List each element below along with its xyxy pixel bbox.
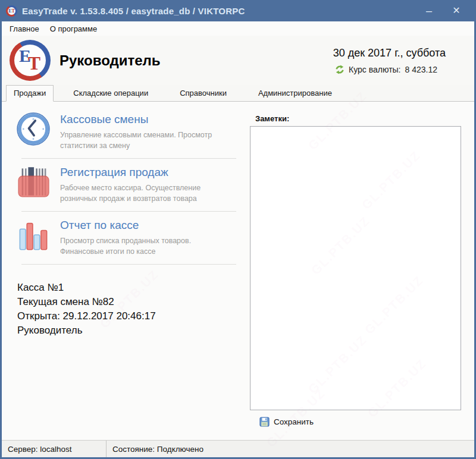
company-logo-icon: E T bbox=[10, 40, 51, 81]
minimize-button[interactable]: – bbox=[415, 0, 443, 21]
title-bar: ET EasyTrade v. 1.53.8.405 / easytrade_d… bbox=[0, 0, 476, 21]
nav-item-cash-report[interactable]: Отчет по кассе Просмотр списка проданных… bbox=[11, 213, 242, 263]
nav-item-title: Отчет по кассе bbox=[60, 219, 234, 232]
nav-item-sales-registration[interactable]: Регистрация продаж Рабочее место кассира… bbox=[11, 160, 242, 210]
session-info: Касса №1 Текущая смена №82 Открыта: 29.1… bbox=[11, 281, 242, 338]
nav-item-title: Кассовые смены bbox=[60, 113, 234, 126]
tab-directories[interactable]: Справочники bbox=[168, 86, 239, 102]
bar-chart-icon bbox=[17, 218, 50, 251]
close-button[interactable]: ✕ bbox=[443, 0, 470, 21]
nav-item-description: Рабочее место кассира. Осуществление роз… bbox=[60, 183, 234, 204]
role-title: Руководитель bbox=[60, 52, 161, 69]
menu-item-main[interactable]: Главное bbox=[4, 23, 45, 35]
nav-item-title: Регистрация продаж bbox=[60, 166, 234, 179]
nav-item-description: Просмотр списка проданных товаров. Финан… bbox=[60, 236, 234, 257]
shift-opened-at: Открыта: 29.12.2017 20:46:17 bbox=[17, 309, 242, 323]
header-info: 30 дек 2017 г., суббота Курс валюты: 8 4… bbox=[333, 47, 446, 74]
nav-item-description: Управление кассовыми сменами. Просмотр с… bbox=[60, 130, 234, 151]
cash-register-number: Касса №1 bbox=[17, 281, 242, 295]
status-connection: Состояние: Подключено bbox=[106, 441, 209, 457]
notes-label: Заметки: bbox=[255, 114, 461, 123]
status-bar: Сервер: localhost Состояние: Подключено bbox=[2, 440, 474, 457]
tab-sales[interactable]: Продажи bbox=[6, 85, 54, 102]
status-server: Сервер: localhost bbox=[2, 441, 106, 457]
current-shift-number: Текущая смена №82 bbox=[17, 295, 242, 309]
divider bbox=[21, 264, 236, 265]
tab-content-sales: Кассовые смены Управление кассовыми смен… bbox=[2, 102, 474, 440]
currency-refresh-icon[interactable] bbox=[335, 65, 345, 74]
save-button[interactable]: Сохранить bbox=[257, 416, 316, 428]
barcode-icon bbox=[17, 165, 50, 199]
app-logo-icon: ET bbox=[6, 5, 17, 17]
header: E T Руководитель 30 дек 2017 г., суббота… bbox=[2, 36, 474, 85]
menu-bar: Главное О программе bbox=[2, 21, 474, 36]
app-window: ET EasyTrade v. 1.53.8.405 / easytrade_d… bbox=[0, 0, 476, 459]
session-role: Руководитель bbox=[17, 323, 242, 338]
notes-textarea[interactable] bbox=[250, 126, 461, 410]
currency-value: 8 423.12 bbox=[405, 65, 438, 74]
currency-rate-row: Курс валюты: 8 423.12 bbox=[335, 65, 437, 74]
currency-label: Курс валюты: bbox=[349, 65, 400, 74]
tab-strip: Продажи Складские операции Справочники А… bbox=[2, 85, 474, 102]
nav-column: Кассовые смены Управление кассовыми смен… bbox=[11, 107, 242, 440]
tab-administration[interactable]: Администрирование bbox=[246, 86, 344, 102]
window-title: EasyTrade v. 1.53.8.405 / easytrade_db /… bbox=[22, 6, 245, 16]
divider bbox=[21, 158, 236, 159]
save-button-label: Сохранить bbox=[274, 417, 314, 426]
menu-item-about[interactable]: О программе bbox=[45, 23, 103, 35]
tab-warehouse[interactable]: Складские операции bbox=[61, 86, 160, 102]
current-date: 30 дек 2017 г., суббота bbox=[333, 47, 446, 59]
clock-icon bbox=[17, 112, 50, 146]
window-body: Главное О программе E T Руководитель 30 … bbox=[0, 21, 476, 459]
nav-item-cash-shifts[interactable]: Кассовые смены Управление кассовыми смен… bbox=[11, 107, 242, 157]
notes-panel: Заметки: Сохранить bbox=[242, 107, 467, 440]
save-icon bbox=[259, 417, 270, 427]
divider bbox=[21, 211, 236, 212]
